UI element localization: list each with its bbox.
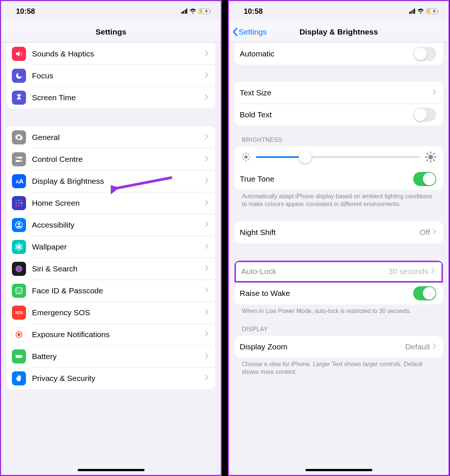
chevron-right-icon (433, 229, 436, 236)
true-tone-row[interactable]: True Tone (234, 168, 443, 190)
true-tone-footer: Automatically adapt iPhone display based… (234, 190, 443, 208)
settings-row-siri-search[interactable]: Siri & Search (7, 258, 215, 280)
row-label: Screen Time (32, 93, 205, 102)
svg-point-34 (21, 335, 22, 336)
display-zoom-row[interactable]: Display Zoom Default (234, 336, 443, 358)
row-label: Exposure Notifications (32, 330, 205, 339)
phone-right: 10:58 5 Settings Display & Brightness Au… (228, 0, 450, 476)
settings-row-face-id-passcode[interactable]: Face ID & Passcode (7, 280, 215, 301)
svg-point-24 (16, 265, 22, 272)
home-indicator[interactable] (78, 469, 145, 471)
row-label: Emergency SOS (32, 308, 205, 317)
night-shift-row[interactable]: Night Shift Off (234, 222, 443, 244)
chevron-right-icon (205, 243, 208, 251)
auto-lock-value: 30 seconds (389, 267, 428, 276)
svg-point-30 (19, 331, 19, 332)
chevron-right-icon (433, 343, 436, 351)
settings-row-focus[interactable]: Focus (7, 65, 215, 87)
chevron-right-icon (205, 375, 208, 382)
display-header: DISPLAY (234, 315, 443, 336)
svg-point-1 (16, 157, 18, 158)
home-indicator[interactable] (305, 469, 372, 471)
bold-text-toggle[interactable] (413, 108, 436, 122)
hourglass-icon (12, 91, 26, 105)
display-settings[interactable]: Automatic Text Size Bold Text BRIGHTNESS (229, 43, 449, 475)
chevron-right-icon (205, 50, 208, 58)
svg-line-51 (248, 159, 249, 160)
cellular-icon (409, 9, 415, 14)
svg-line-62 (434, 153, 435, 154)
back-button[interactable]: Settings (233, 27, 267, 36)
row-label: Display & Brightness (32, 177, 205, 186)
settings-row-control-centre[interactable]: Control Centre (7, 148, 215, 170)
automatic-toggle[interactable] (413, 47, 436, 61)
chevron-right-icon (205, 72, 208, 79)
back-label: Settings (239, 27, 267, 36)
status-time: 10:58 (16, 7, 35, 16)
true-tone-toggle[interactable] (413, 172, 436, 186)
row-label: Home Screen (32, 199, 205, 208)
svg-point-35 (20, 336, 21, 338)
settings-row-general[interactable]: General (7, 126, 215, 148)
aa-icon: AA (12, 174, 26, 188)
exposure-icon (12, 327, 26, 342)
text-size-label: Text Size (240, 88, 433, 97)
settings-row-exposure-notifications[interactable]: Exposure Notifications (7, 323, 215, 345)
bold-text-row[interactable]: Bold Text (234, 104, 443, 125)
settings-row-home-screen[interactable]: Home Screen (7, 192, 215, 214)
siri-icon (12, 262, 26, 276)
svg-line-53 (248, 154, 249, 155)
wifi-icon (190, 9, 196, 14)
text-size-row[interactable]: Text Size (234, 82, 443, 104)
hand-icon (12, 371, 26, 385)
svg-point-39 (16, 334, 16, 335)
row-label: Sounds & Haptics (32, 49, 205, 58)
settings-row-accessibility[interactable]: Accessibility (7, 214, 215, 236)
svg-line-59 (427, 153, 428, 154)
zoom-footer: Choose a view for iPhone. Larger Text sh… (234, 358, 443, 376)
svg-rect-9 (16, 202, 17, 204)
svg-point-16 (18, 223, 20, 225)
row-label: General (32, 133, 205, 142)
auto-lock-row[interactable]: Auto-Lock 30 seconds (234, 261, 443, 283)
settings-row-battery[interactable]: Battery (7, 345, 215, 367)
brightness-slider[interactable] (256, 156, 420, 158)
display-zoom-group: Display Zoom Default (234, 336, 443, 358)
svg-line-60 (434, 160, 435, 161)
settings-row-sounds-haptics[interactable]: Sounds & Haptics (7, 43, 215, 65)
svg-point-32 (21, 332, 22, 333)
row-label: Face ID & Passcode (32, 286, 205, 295)
svg-rect-42 (16, 355, 22, 358)
wifi-icon (417, 9, 424, 14)
automatic-label: Automatic (240, 49, 413, 58)
chevron-right-icon (205, 199, 208, 207)
settings-row-wallpaper[interactable]: Wallpaper (7, 236, 215, 258)
bold-text-label: Bold Text (240, 110, 413, 119)
settings-list[interactable]: Sounds & HapticsFocusScreen Time General… (1, 43, 221, 475)
sos-icon: SOS (12, 306, 26, 320)
svg-point-3 (20, 160, 22, 162)
settings-row-emergency-sos[interactable]: SOSEmergency SOS (7, 301, 215, 323)
settings-row-display-brightness[interactable]: AADisplay & Brightness (7, 170, 215, 192)
svg-rect-7 (18, 200, 20, 201)
chevron-left-icon (233, 28, 238, 36)
nav-bar: Settings Display & Brightness (229, 21, 449, 43)
settings-group-1: Sounds & HapticsFocusScreen Time (7, 43, 215, 108)
night-shift-group: Night Shift Off (234, 222, 443, 244)
svg-point-36 (19, 337, 19, 338)
settings-row-screen-time[interactable]: Screen Time (7, 87, 215, 108)
settings-row-privacy-security[interactable]: Privacy & Security (7, 367, 215, 389)
raise-to-wake-toggle[interactable] (413, 286, 436, 300)
row-label: Battery (32, 352, 205, 361)
svg-rect-25 (16, 288, 22, 294)
svg-point-54 (428, 155, 433, 160)
svg-rect-12 (16, 205, 17, 206)
person-icon (12, 218, 26, 232)
brightness-slider-row[interactable] (234, 146, 443, 168)
raise-to-wake-row[interactable]: Raise to Wake (234, 283, 443, 304)
svg-rect-43 (22, 356, 23, 357)
chevron-right-icon (205, 221, 208, 229)
svg-line-50 (243, 154, 244, 155)
chevron-right-icon (205, 309, 208, 316)
automatic-row[interactable]: Automatic (234, 43, 443, 65)
